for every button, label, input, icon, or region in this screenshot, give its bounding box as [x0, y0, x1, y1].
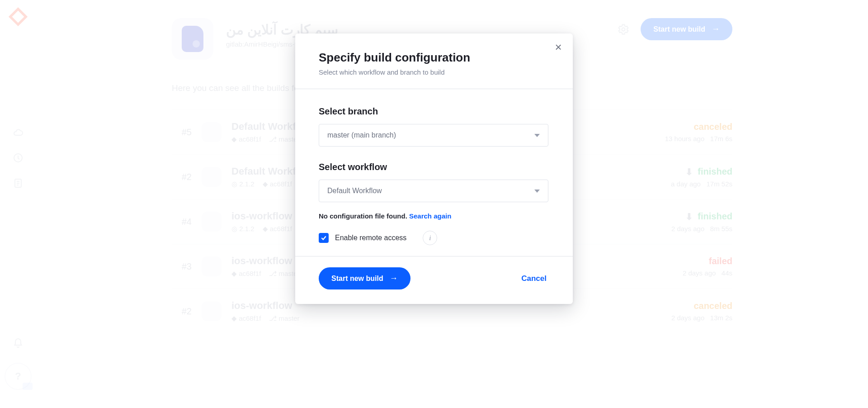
branch-select[interactable]: master (main branch) — [319, 124, 548, 147]
modal-title: Specify build configuration — [319, 51, 549, 65]
workflow-value: Default Workflow — [327, 187, 382, 195]
search-again-link[interactable]: Search again — [409, 212, 451, 220]
info-icon[interactable]: i — [423, 231, 437, 245]
workflow-select[interactable]: Default Workflow — [319, 180, 548, 202]
chevron-down-icon — [534, 190, 540, 193]
remote-access-checkbox[interactable] — [319, 233, 329, 243]
cancel-button[interactable]: Cancel — [519, 274, 549, 284]
remote-access-label: Enable remote access — [335, 234, 406, 242]
branch-label: Select branch — [319, 106, 549, 117]
chevron-down-icon — [534, 134, 540, 137]
build-config-modal: × Specify build configuration Select whi… — [295, 33, 573, 304]
modal-subtitle: Select which workflow and branch to buil… — [319, 68, 549, 76]
config-note: No configuration file found. Search agai… — [319, 212, 549, 220]
arrow-right-icon: → — [390, 274, 398, 283]
modal-start-button[interactable]: Start new build → — [319, 267, 410, 289]
close-icon[interactable]: × — [551, 40, 566, 54]
branch-value: master (main branch) — [327, 131, 396, 139]
workflow-label: Select workflow — [319, 162, 549, 172]
